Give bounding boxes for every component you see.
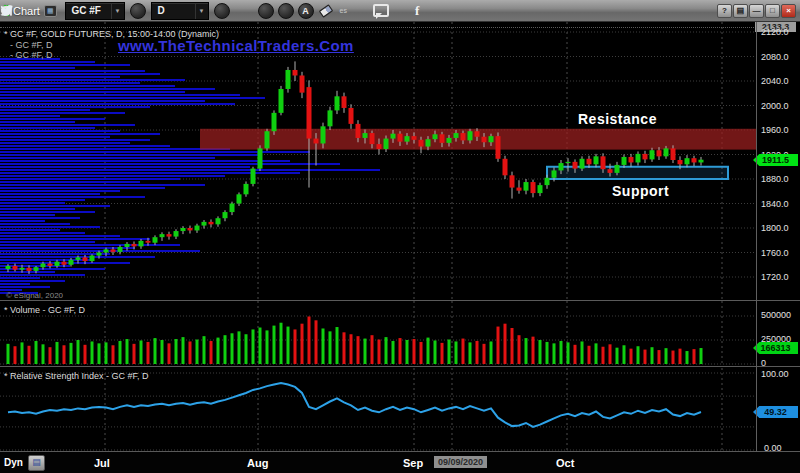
last-volume-badge: 166313	[753, 342, 798, 354]
eraser-icon[interactable]	[318, 3, 334, 19]
titlebar: Chart ▦ GC #F ▼ D ▼ A es	[0, 0, 800, 22]
month-label: Oct	[556, 457, 574, 469]
close-button[interactable]: ×	[781, 4, 796, 18]
dyn-mode-label: Dyn	[4, 457, 23, 468]
volume-profile-bars	[0, 58, 380, 294]
studies-settings-icon[interactable]	[353, 3, 369, 19]
window-controls: ? ▤ — □ ×	[717, 4, 798, 18]
dyn-page-icon[interactable]: ▤	[28, 455, 45, 471]
symbol-lookup-icon[interactable]	[130, 3, 146, 19]
volume-panel-canvas[interactable]	[0, 301, 756, 366]
axis-divider	[756, 22, 757, 452]
rsi-top-tick: 100.00	[761, 369, 789, 379]
volume-panel-label: * Volume - GC #F, D	[4, 305, 85, 315]
price-tick-label: 1960.0	[761, 125, 789, 135]
price-tick-label: 1800.0	[761, 223, 789, 233]
esignal-mini-logo: es	[340, 7, 347, 14]
price-tick-label: 2040.0	[761, 76, 789, 86]
price-tick-label: 1720.0	[761, 272, 789, 282]
chevron-down-icon: ▼	[111, 3, 124, 19]
chart-type-badge-icon: ▦	[44, 5, 57, 17]
chart-legend-line3: - GC #F, D	[10, 50, 53, 60]
line-tools-icon[interactable]	[258, 3, 274, 19]
minimize-button[interactable]: —	[749, 4, 764, 18]
last-rsi-badge: 49.32	[753, 406, 798, 418]
annotation-text-icon[interactable]: A	[298, 3, 314, 19]
window-title: Chart	[13, 5, 40, 17]
chart-legend-line2: - GC #F, D	[10, 40, 53, 50]
price-tick-label: 1880.0	[761, 174, 789, 184]
panel-divider[interactable]	[0, 300, 800, 301]
panel-divider[interactable]	[0, 366, 800, 367]
date-cursor-badge: 09/09/2020	[434, 456, 487, 468]
facebook-icon[interactable]: f	[415, 3, 419, 19]
panels-button[interactable]: ▤	[733, 4, 748, 18]
time-interval-clock-icon[interactable]	[214, 3, 230, 19]
price-tick-label: 2120.0	[761, 27, 789, 37]
volume-axis[interactable]: 5000002500000	[757, 301, 800, 367]
replay-play-icon[interactable]	[278, 3, 294, 19]
chart-window: Chart ▦ GC #F ▼ D ▼ A es	[0, 0, 800, 473]
month-label: Jul	[94, 457, 110, 469]
support-label: Support	[612, 183, 669, 199]
price-tick-label: 2000.0	[761, 101, 789, 111]
interval-dropdown[interactable]: D ▼	[151, 2, 209, 20]
time-axis-bar[interactable]: Dyn ▤ JulAugSepOct 09/09/2020	[0, 452, 800, 473]
month-label: Sep	[403, 457, 423, 469]
price-tick-label: 1760.0	[761, 248, 789, 258]
chevron-down-icon: ▼	[195, 3, 208, 19]
main-price-chart-canvas[interactable]	[0, 22, 756, 301]
chat-icon[interactable]	[373, 3, 389, 19]
help-button[interactable]: ?	[717, 4, 732, 18]
month-label: Aug	[247, 457, 268, 469]
price-axis[interactable]: 2120.02080.02040.02000.01960.01920.01880…	[757, 22, 800, 452]
twitter-icon[interactable]	[393, 3, 409, 19]
volume-tick-label: 500000	[761, 310, 791, 320]
rsi-panel-label: * Relative Strength Index - GC #F, D	[4, 371, 149, 381]
esignal-copyright: © eSignal, 2020	[6, 291, 63, 300]
maximize-button[interactable]: □	[765, 4, 780, 18]
interval-value: D	[152, 5, 195, 16]
symbol-dropdown[interactable]: GC #F ▼	[65, 2, 125, 20]
price-tick-label: 1840.0	[761, 199, 789, 209]
last-price-badge: 1911.5	[753, 154, 798, 166]
price-tick-label: 2080.0	[761, 52, 789, 62]
symbol-value: GC #F	[66, 5, 111, 16]
draw-pencil-icon[interactable]	[238, 3, 254, 19]
rsi-line	[8, 383, 701, 427]
watermark-link[interactable]: www.TheTechnicalTraders.Com	[118, 37, 354, 54]
resistance-label: Resistance	[578, 111, 657, 127]
